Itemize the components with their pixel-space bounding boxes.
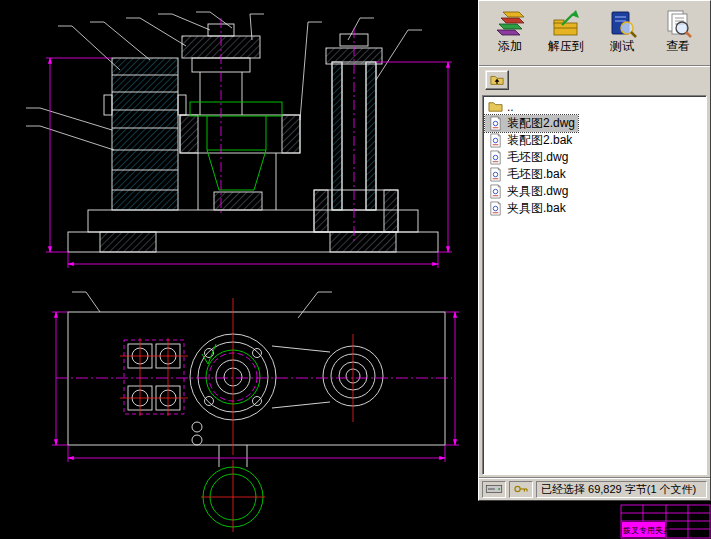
file-name: 夹具图.bak [507, 200, 566, 217]
archive-toolbar: 添加 解压到 [479, 1, 710, 65]
view-icon [662, 7, 694, 39]
nav-row [479, 65, 710, 93]
file-list: .. 装配图2.dwg [482, 95, 707, 475]
archive-panel: 添加 解压到 [478, 0, 711, 501]
title-block: 拨叉专用夹具 [621, 505, 710, 538]
dwg-file-icon [488, 150, 503, 165]
file-name: .. [507, 100, 514, 114]
status-text: 已经选择 69,829 字节(1 个文件) [536, 481, 707, 498]
test-button[interactable]: 测试 [594, 4, 650, 62]
add-books-icon [494, 7, 526, 39]
view-button[interactable]: 查看 [650, 4, 706, 62]
front-view [68, 24, 438, 252]
file-name: 装配图2.dwg [507, 115, 575, 132]
extract-button[interactable]: 解压到 [538, 4, 594, 62]
archive-drive-icon [482, 481, 506, 498]
key-icon [509, 481, 533, 498]
list-item-file[interactable]: 装配图2.bak [485, 132, 575, 149]
test-icon [606, 7, 638, 39]
extract-icon [550, 7, 582, 39]
folder-up-icon [488, 99, 503, 114]
list-item-updir[interactable]: .. [485, 98, 517, 115]
list-item-file[interactable]: 毛坯图.dwg [485, 149, 571, 166]
up-folder-icon [490, 73, 504, 87]
list-item-file[interactable]: 夹具图.bak [485, 200, 569, 217]
test-button-label: 测试 [610, 39, 634, 54]
list-item-file[interactable]: 夹具图.dwg [485, 183, 571, 200]
view-button-label: 查看 [666, 39, 690, 54]
dwg-file-icon [488, 201, 503, 216]
list-item-file[interactable]: 毛坯图.bak [485, 166, 569, 183]
centerlines-red [120, 298, 353, 532]
title-block-title: 拨叉专用夹具 [622, 526, 671, 535]
list-item-file[interactable]: 装配图2.dwg [485, 115, 578, 132]
dwg-file-icon [488, 184, 503, 199]
dwg-file-icon [488, 116, 503, 131]
screen: 拨叉专用夹具 添加 [0, 0, 711, 539]
workpiece-green [190, 102, 282, 527]
dwg-file-icon [488, 167, 503, 182]
file-name: 毛坯图.dwg [507, 149, 568, 166]
file-name: 毛坯图.bak [507, 166, 566, 183]
file-name: 夹具图.dwg [507, 183, 568, 200]
add-button-label: 添加 [498, 39, 522, 54]
file-name: 装配图2.bak [507, 132, 572, 149]
dwg-file-icon [488, 133, 503, 148]
add-button[interactable]: 添加 [482, 4, 538, 62]
status-bar: 已经选择 69,829 字节(1 个文件) [479, 477, 710, 500]
up-folder-button[interactable] [485, 70, 509, 90]
extract-button-label: 解压到 [548, 39, 584, 54]
